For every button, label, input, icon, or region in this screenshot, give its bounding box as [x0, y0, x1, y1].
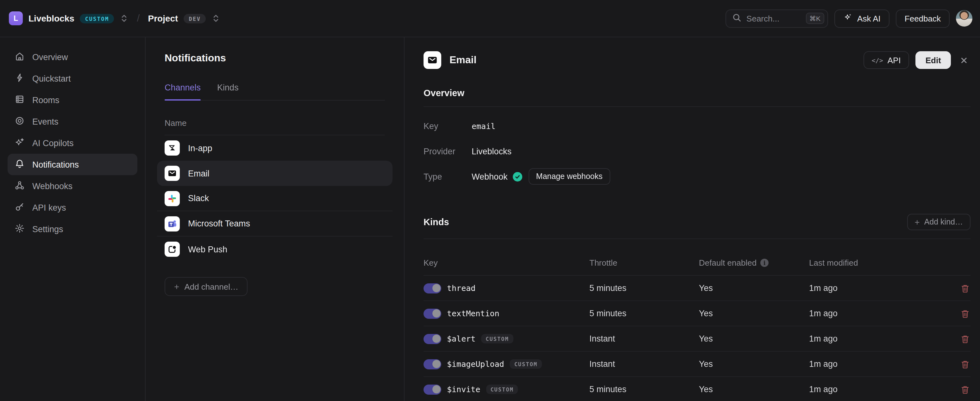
kind-throttle: 5 minutes: [589, 309, 699, 318]
notifications-panel: Notifications Channels Kinds Name In-app: [146, 37, 404, 401]
kind-key: $alert: [447, 334, 476, 344]
info-icon[interactable]: i: [760, 259, 768, 267]
kind-row-textmention: textMention 5 minutes Yes 1m ago: [423, 301, 970, 327]
overview-row-provider: Provider Liveblocks: [423, 138, 970, 164]
channel-row-web-push[interactable]: Web Push: [157, 236, 393, 262]
tab-channels[interactable]: Channels: [165, 83, 201, 100]
breadcrumb: L Liveblocks CUSTOM / Project DEV: [9, 11, 220, 25]
delete-kind-button[interactable]: [960, 282, 970, 294]
kind-row-alert: $alert CUSTOM Instant Yes 1m ago: [423, 327, 970, 352]
project-name[interactable]: Project: [148, 13, 178, 24]
sparkles-icon: [14, 137, 25, 149]
field-label: Provider: [423, 146, 472, 156]
sidebar-item-ai-copilots[interactable]: AI Copilots: [8, 132, 137, 154]
liveblocks-logo: L: [9, 11, 23, 25]
sidebar-item-settings[interactable]: Settings: [8, 218, 137, 240]
bell-icon: [14, 158, 25, 170]
delete-kind-button[interactable]: [960, 308, 970, 319]
ask-ai-button[interactable]: Ask AI: [834, 9, 889, 27]
channel-label: In-app: [188, 143, 212, 153]
sidebar-item-notifications[interactable]: Notifications: [8, 154, 137, 175]
kind-default-enabled: Yes: [699, 334, 809, 344]
add-channel-label: Add channel…: [184, 282, 239, 291]
sidebar-item-label: Rooms: [32, 95, 59, 105]
tab-kinds[interactable]: Kinds: [217, 83, 239, 100]
kind-last-modified: 1m ago: [809, 334, 953, 344]
manage-webhooks-button[interactable]: Manage webhooks: [529, 168, 610, 185]
kind-enabled-toggle[interactable]: [423, 308, 441, 319]
sidebar-item-api-keys[interactable]: API keys: [8, 197, 137, 218]
kind-throttle: Instant: [589, 334, 699, 344]
sidebar-item-label: Notifications: [32, 160, 79, 169]
email-icon: [423, 51, 441, 69]
feedback-label: Feedback: [905, 14, 941, 23]
sidebar-item-label: Settings: [32, 224, 63, 234]
custom-badge: CUSTOM: [486, 385, 518, 394]
rooms-icon: [14, 94, 25, 106]
close-icon[interactable]: ✕: [958, 53, 970, 67]
divider: [423, 106, 970, 107]
delete-kind-button[interactable]: [960, 333, 970, 344]
add-kind-label: Add kind…: [924, 217, 963, 227]
channel-row-slack[interactable]: Slack: [157, 186, 393, 211]
kind-last-modified: 1m ago: [809, 359, 953, 369]
field-label: Type: [423, 172, 472, 181]
search-input[interactable]: [746, 14, 800, 23]
custom-badge: CUSTOM: [481, 334, 513, 344]
channel-row-in-app[interactable]: In-app: [157, 135, 393, 161]
kind-default-enabled: Yes: [699, 385, 809, 394]
sidebar-item-label: Webhooks: [32, 181, 73, 191]
org-switcher-icon[interactable]: [120, 13, 129, 24]
plus-icon: +: [174, 281, 179, 292]
kind-last-modified: 1m ago: [809, 283, 953, 293]
org-plan-badge: CUSTOM: [80, 14, 114, 23]
add-channel-button[interactable]: + Add channel…: [165, 277, 248, 296]
kind-row-thread: thread 5 minutes Yes 1m ago: [423, 276, 970, 301]
channel-row-email[interactable]: Email: [157, 161, 393, 186]
slack-channel-icon: [165, 191, 180, 206]
project-env-badge: DEV: [184, 14, 206, 23]
home-icon: [14, 51, 25, 63]
breadcrumb-separator: /: [137, 13, 140, 24]
search-box[interactable]: ⌘K: [725, 9, 828, 27]
column-header-key: Key: [423, 258, 589, 268]
add-kind-button[interactable]: + Add kind…: [907, 214, 970, 230]
kind-enabled-toggle[interactable]: [423, 384, 441, 395]
delete-kind-button[interactable]: [960, 358, 970, 370]
kind-enabled-toggle[interactable]: [423, 359, 441, 369]
avatar[interactable]: [956, 10, 972, 27]
sidebar-item-overview[interactable]: Overview: [8, 46, 137, 68]
api-button[interactable]: </> API: [864, 51, 909, 69]
bolt-icon: [14, 73, 25, 84]
feedback-button[interactable]: Feedback: [896, 9, 950, 27]
sidebar-item-quickstart[interactable]: Quickstart: [8, 68, 137, 89]
sidebar-item-events[interactable]: Events: [8, 111, 137, 132]
channel-row-microsoft-teams[interactable]: Microsoft Teams: [157, 211, 393, 236]
project-switcher-icon[interactable]: [212, 13, 220, 24]
code-icon: </>: [872, 57, 883, 63]
sidebar-item-label: Events: [32, 117, 59, 126]
kinds-heading: Kinds: [423, 217, 449, 227]
kind-enabled-toggle[interactable]: [423, 334, 441, 344]
kind-key: $imageUpload: [447, 359, 504, 369]
org-name[interactable]: Liveblocks: [29, 13, 75, 24]
kind-enabled-toggle[interactable]: [423, 283, 441, 293]
channel-label: Email: [188, 168, 210, 178]
kind-row-imageupload: $imageUpload CUSTOM Instant Yes 1m ago: [423, 352, 970, 377]
edit-button[interactable]: Edit: [915, 51, 951, 69]
sidebar-item-label: Quickstart: [32, 74, 71, 83]
sidebar-item-label: AI Copilots: [32, 138, 74, 148]
sidebar-item-rooms[interactable]: Rooms: [8, 89, 137, 111]
column-header-default-enabled: Default enabled: [699, 258, 757, 268]
topbar: L Liveblocks CUSTOM / Project DEV ⌘K: [0, 0, 980, 37]
email-channel-icon: [165, 166, 180, 181]
delete-kind-button[interactable]: [960, 384, 970, 395]
microsoft-teams-channel-icon: [165, 216, 180, 231]
sidebar-item-label: Overview: [32, 52, 68, 62]
sidebar-item-webhooks[interactable]: Webhooks: [8, 175, 137, 197]
channel-column-header: Name: [165, 118, 385, 135]
search-icon: [732, 13, 741, 24]
topbar-actions: ⌘K Ask AI Feedback: [725, 9, 972, 27]
overview-row-key: Key email: [423, 113, 970, 138]
events-icon: [14, 116, 25, 127]
